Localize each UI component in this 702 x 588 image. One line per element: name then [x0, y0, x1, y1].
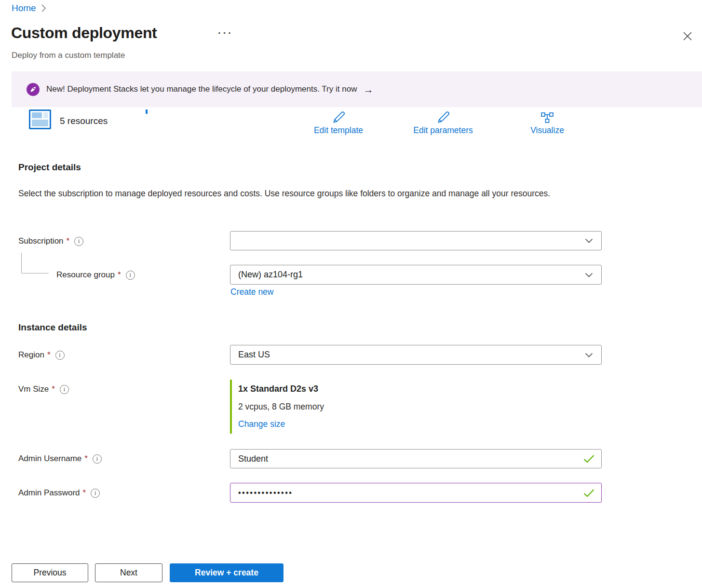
rocket-icon — [27, 83, 40, 96]
vm-size-summary: 1x Standard D2s v3 2 vcpus, 8 GB memory … — [230, 380, 324, 434]
info-icon[interactable]: i — [55, 351, 65, 360]
instance-details-heading: Instance details — [18, 322, 87, 333]
change-size-link[interactable]: Change size — [238, 419, 285, 429]
required-asterisk: * — [118, 270, 121, 280]
previous-button[interactable]: Previous — [12, 563, 88, 582]
template-icon-block — [32, 112, 42, 118]
info-icon[interactable]: i — [91, 489, 100, 498]
admin-password-input[interactable] — [230, 489, 601, 497]
close-x-glyph — [682, 31, 693, 41]
chevron-down-icon — [585, 273, 593, 277]
region-dropdown-value: East US — [238, 350, 270, 360]
action-label: Visualize — [530, 125, 564, 136]
admin-username-label: Admin Username * i — [18, 453, 102, 465]
valid-check-icon — [583, 489, 594, 497]
admin-username-label-text: Admin Username — [18, 454, 81, 464]
admin-password-field — [230, 483, 602, 503]
edit-parameters-button[interactable]: Edit parameters — [400, 110, 486, 136]
resource-group-dropdown-value: (New) az104-rg1 — [238, 270, 303, 280]
vm-size-label-text: Vm Size — [18, 384, 49, 394]
breadcrumb: Home — [12, 3, 46, 14]
subscription-label-text: Subscription — [18, 236, 64, 246]
deployment-stacks-banner[interactable]: New! Deployment Stacks let you manage th… — [12, 71, 702, 107]
more-options-button[interactable]: ··· — [218, 28, 233, 38]
region-dropdown[interactable]: East US — [230, 345, 602, 365]
subscription-label: Subscription * i — [18, 235, 83, 247]
breadcrumb-home-link[interactable]: Home — [12, 3, 36, 14]
page-subtitle: Deploy from a custom template — [12, 51, 125, 60]
info-icon[interactable]: i — [60, 385, 69, 394]
admin-username-input[interactable] — [230, 454, 601, 464]
vm-size-label: Vm Size * i — [18, 383, 69, 395]
required-asterisk: * — [52, 384, 55, 394]
chevron-down-icon — [585, 238, 593, 243]
custom-deployment-page: Home Custom deployment ··· Deploy from a… — [0, 0, 702, 588]
arrow-right-icon: → — [363, 84, 373, 95]
banner-text: New! Deployment Stacks let you manage th… — [46, 84, 357, 94]
resource-group-label: Resource group * i — [56, 269, 135, 281]
action-label: Edit parameters — [413, 125, 473, 136]
admin-password-label: Admin Password * i — [18, 487, 100, 499]
admin-password-label-text: Admin Password — [18, 488, 80, 498]
subscription-dropdown[interactable] — [230, 231, 602, 250]
rocket-glyph — [29, 85, 37, 93]
field-connector-line — [22, 273, 49, 273]
review-create-button[interactable]: Review + create — [170, 563, 284, 582]
visualize-button[interactable]: Visualize — [504, 110, 591, 136]
required-asterisk: * — [47, 350, 51, 360]
info-icon[interactable]: i — [74, 237, 83, 246]
required-asterisk: * — [67, 236, 70, 246]
region-label-text: Region — [18, 350, 44, 360]
template-icon — [29, 109, 51, 129]
pencil-icon — [436, 110, 450, 125]
project-details-description: Select the subscription to manage deploy… — [18, 186, 573, 201]
chevron-down-icon — [585, 353, 593, 357]
page-title: Custom deployment — [11, 24, 157, 42]
valid-check-icon — [583, 455, 594, 463]
action-label: Edit template — [314, 125, 363, 136]
vm-size-title: 1x Standard D2s v3 — [238, 380, 324, 398]
template-icon-block — [43, 112, 48, 118]
resources-count: 5 resources — [60, 116, 108, 126]
region-label: Region * i — [18, 349, 65, 361]
project-details-heading: Project details — [18, 162, 81, 173]
next-button[interactable]: Next — [95, 563, 162, 582]
pencil-icon — [331, 110, 346, 125]
resource-group-label-text: Resource group — [56, 270, 115, 280]
resource-group-dropdown[interactable]: (New) az104-rg1 — [230, 265, 602, 285]
create-new-link[interactable]: Create new — [230, 287, 274, 297]
info-icon[interactable]: i — [93, 454, 102, 464]
required-asterisk: * — [83, 488, 86, 498]
clipped-text-artifact — [146, 109, 148, 114]
org-chart-icon — [540, 110, 554, 125]
breadcrumb-chevron-icon — [41, 4, 46, 13]
template-icon-block — [32, 120, 48, 126]
info-icon[interactable]: i — [126, 271, 135, 280]
vm-size-specs: 2 vcpus, 8 GB memory — [238, 398, 324, 415]
required-asterisk: * — [84, 454, 88, 464]
close-icon[interactable] — [680, 29, 695, 44]
field-connector-line — [21, 253, 22, 273]
edit-template-button[interactable]: Edit template — [295, 110, 382, 136]
admin-username-field — [230, 449, 602, 468]
